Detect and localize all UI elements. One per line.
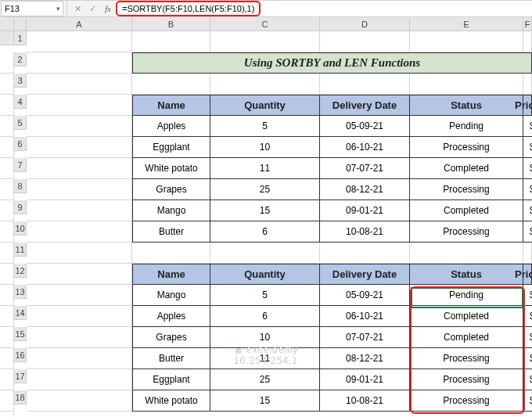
cell-a16[interactable] (27, 348, 132, 369)
cell-empty-3-1[interactable] (210, 74, 320, 95)
cell-g10[interactable] (0, 243, 14, 264)
cell-a15[interactable] (27, 327, 132, 348)
cell-name[interactable]: Mango (132, 200, 210, 221)
cell-status[interactable]: Processing (410, 137, 523, 158)
cell-price[interactable]: $2,500.00 (523, 116, 532, 137)
row-header-16[interactable]: 16 (14, 348, 27, 362)
row-header-18[interactable]: 18 (14, 390, 27, 404)
cell-name[interactable]: Apples (132, 306, 210, 327)
cell-name[interactable]: Grapes (132, 327, 210, 348)
cell-status[interactable]: Pending (410, 285, 523, 306)
cell-price[interactable]: $600.00 (523, 221, 532, 243)
row-header-10[interactable]: 10 (14, 221, 27, 235)
row-header-17[interactable]: 17 (14, 369, 27, 383)
col-header-c[interactable]: C (210, 17, 320, 31)
row-header-15[interactable]: 15 (14, 327, 27, 341)
cell-empty-1-4[interactable] (523, 31, 532, 52)
cell-qty[interactable]: 6 (210, 221, 320, 243)
cell-empty-1-3[interactable] (410, 31, 523, 52)
cell-empty-11-0[interactable] (132, 243, 210, 264)
cell-name[interactable]: Butter (132, 221, 210, 243)
cell-a18[interactable] (27, 390, 132, 412)
cell-status[interactable]: Completed (410, 306, 523, 327)
cell-price[interactable]: $4,000.00 (523, 179, 532, 200)
cell-g18[interactable] (0, 412, 14, 417)
cell-g5[interactable] (0, 137, 14, 158)
row-header-14[interactable]: 14 (14, 306, 27, 320)
cell-empty-11-1[interactable] (210, 243, 320, 264)
cell-empty-3-3[interactable] (410, 74, 523, 95)
cell-price[interactable]: $500.00 (523, 306, 532, 327)
cell-qty[interactable]: 15 (210, 200, 320, 221)
cell-price[interactable]: $4,000.00 (523, 369, 532, 390)
cell-empty-3-2[interactable] (320, 74, 410, 95)
cell-a11[interactable] (27, 243, 132, 264)
row-header-5[interactable]: 5 (14, 116, 27, 130)
cell-a8[interactable] (27, 179, 132, 200)
row-header-3[interactable]: 3 (14, 74, 27, 88)
cell-price[interactable]: $150.00 (523, 137, 532, 158)
cell-a6[interactable] (27, 137, 132, 158)
formula-input[interactable]: =SORTBY(F5:F10,LEN(F5:F10),1) (116, 1, 532, 16)
cell-date[interactable]: 10-08-21 (320, 390, 410, 412)
row-header-1[interactable]: 1 (14, 31, 27, 45)
cell-qty[interactable]: 15 (210, 390, 320, 412)
cell-g7[interactable] (0, 179, 14, 200)
cell-name[interactable]: Apples (132, 116, 210, 137)
cell-status[interactable]: Processing (410, 348, 523, 369)
cell-g9[interactable] (0, 221, 14, 243)
cell-a13[interactable] (27, 285, 132, 306)
cell-qty[interactable]: 25 (210, 369, 320, 390)
cell-g2[interactable] (0, 74, 14, 95)
cell-a10[interactable] (27, 221, 132, 243)
cell-a2[interactable] (27, 52, 132, 74)
cell-empty-1-1[interactable] (210, 31, 320, 52)
select-all-corner[interactable] (0, 17, 14, 31)
cell-name[interactable]: White potato (132, 158, 210, 179)
cell-a12[interactable] (27, 264, 132, 285)
cell-a5[interactable] (27, 116, 132, 137)
cell-qty[interactable]: 11 (210, 158, 320, 179)
row-header-12[interactable]: 12 (14, 264, 27, 278)
cell-status[interactable]: Completed (410, 200, 523, 221)
row-header-13[interactable]: 13 (14, 285, 27, 299)
spreadsheet-grid[interactable]: ABCDEF12Using SORTBY and LEN Functions34… (0, 17, 532, 417)
cell-price[interactable]: $2,700.00 (523, 200, 532, 221)
col-header-a[interactable]: A (27, 17, 132, 31)
cell-a4[interactable] (27, 95, 132, 116)
cell-qty[interactable]: 5 (210, 116, 320, 137)
cell-g12[interactable] (0, 285, 14, 306)
cell-a7[interactable] (27, 158, 132, 179)
cell-empty-1-2[interactable] (320, 31, 410, 52)
chevron-down-icon[interactable]: ▾ (56, 5, 63, 13)
cell-g17[interactable] (0, 390, 14, 412)
cell-status[interactable]: Completed (410, 158, 523, 179)
cell-price[interactable]: $2,700.00 (523, 390, 532, 412)
cell-status[interactable]: Processing (410, 221, 523, 243)
cell-date[interactable]: 05-09-21 (320, 285, 410, 306)
cell-date[interactable]: 06-10-21 (320, 306, 410, 327)
row-header-8[interactable]: 8 (14, 179, 27, 193)
col-header-f[interactable]: F (523, 17, 532, 31)
cell-date[interactable]: 06-10-21 (320, 137, 410, 158)
cell-status[interactable]: Completed (410, 327, 523, 348)
cell-g14[interactable] (0, 327, 14, 348)
cell-date[interactable]: 08-12-21 (320, 348, 410, 369)
cell-status[interactable]: Processing (410, 369, 523, 390)
cancel-icon[interactable]: ✕ (70, 4, 85, 14)
cell-qty[interactable]: 10 (210, 137, 320, 158)
col-header-e[interactable]: E (410, 17, 523, 31)
cell-a1[interactable] (27, 31, 132, 52)
row-header-9[interactable]: 9 (14, 200, 27, 214)
cell-g13[interactable] (0, 306, 14, 327)
cell-price[interactable]: $500.00 (523, 158, 532, 179)
cell-qty[interactable]: 10 (210, 327, 320, 348)
cell-qty[interactable]: 5 (210, 285, 320, 306)
cell-empty-11-2[interactable] (320, 243, 410, 264)
cell-g1[interactable] (0, 52, 14, 74)
cell-qty[interactable]: 6 (210, 306, 320, 327)
cell-g11[interactable] (0, 264, 14, 285)
cell-a17[interactable] (27, 369, 132, 390)
cell-empty-11-4[interactable] (523, 243, 532, 264)
name-box[interactable]: F13 ▾ (1, 1, 63, 16)
